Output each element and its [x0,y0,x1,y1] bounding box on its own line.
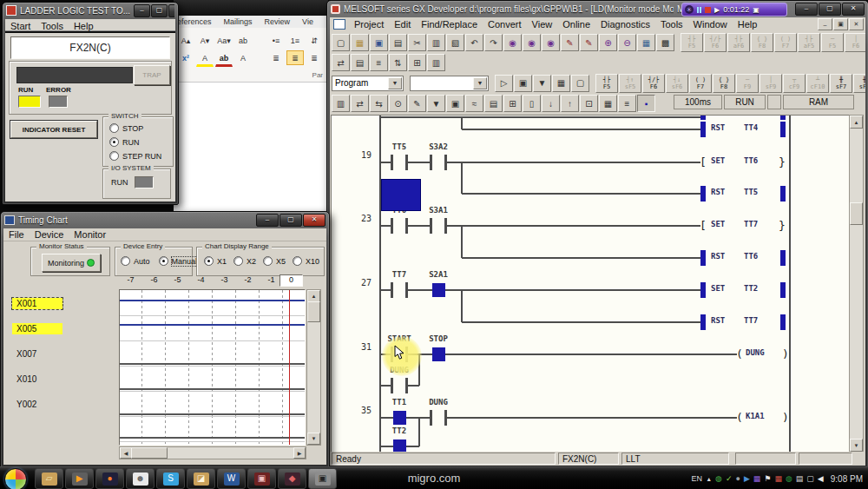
sim-titlebar[interactable]: LADDER LOGIC TEST TO... – ▢ ✕ [6,3,174,18]
contact[interactable] [444,218,447,234]
output-bracket[interactable]: [ [700,155,707,169]
purple-app[interactable]: ▦ [753,474,761,483]
ladder-symbol-button[interactable]: ( )F7 [689,74,712,93]
toolbar-button[interactable]: ▥ [427,54,445,71]
program-select[interactable]: Program▼ [332,76,404,91]
app-red-1[interactable]: ▣ [247,468,276,489]
menu-item[interactable]: View [527,18,558,30]
output-bracket[interactable] [700,186,706,202]
chevron-down-icon[interactable]: ▼ [388,77,402,89]
monitoring-button[interactable]: Monitoring [42,254,101,272]
range-radio[interactable]: X10 [293,256,319,266]
contact-energized[interactable] [393,439,406,453]
toolbar-button[interactable]: ▩ [656,34,674,51]
font-tool-button[interactable]: ab [234,33,252,48]
explorer[interactable]: ▱ [35,468,63,489]
list-tool-button[interactable]: 1≡ [286,33,304,48]
mdi-minimize-button[interactable]: – [818,18,832,30]
close-button[interactable]: ✕ [168,4,174,17]
font-tool-button[interactable]: A▴ [177,33,194,48]
toolbar-button[interactable]: ↶ [465,34,483,51]
mdi-document-icon[interactable] [333,19,345,30]
minimize-button[interactable]: – [795,3,818,16]
contact[interactable] [405,218,408,234]
ladder-symbol-button[interactable]: ┤├aF6 [727,33,750,52]
scroll-up-icon[interactable]: ▲ [307,290,320,302]
toolbar-button[interactable]: ▣ [514,75,532,92]
menu-item[interactable]: Help [733,18,763,30]
output-bracket-end[interactable] [780,122,786,137]
ladder-symbol-button[interactable]: ─F5 [821,33,844,52]
toolbar-button[interactable]: ↓ [542,95,560,112]
toolbar-button[interactable]: ⇆ [370,95,388,112]
contact-energized[interactable] [432,347,445,361]
toolbar-button[interactable]: ⇄ [351,95,369,112]
align-tool-button[interactable]: ≣ [267,50,285,65]
output-bracket-end[interactable] [780,314,786,330]
scroll-down-icon[interactable]: ▼ [307,433,320,445]
minimize-button[interactable]: – [256,214,279,227]
toolbar-button[interactable]: ↑ [561,95,579,112]
output-bracket[interactable]: [ [700,218,707,233]
play-blue[interactable]: ▶ [744,474,750,483]
ladder-symbol-button[interactable]: { }F8 [713,74,735,93]
toolbar-button[interactable]: ▢ [332,34,350,51]
ladder-symbol-button[interactable]: ─F9 [736,74,759,93]
font-tool-button[interactable]: A [234,50,252,65]
toolbar-button[interactable]: ⊞ [408,54,426,71]
switch-radio[interactable]: STOP [109,123,161,133]
mdi-restore-button[interactable]: ▣ [833,18,848,30]
ladder-symbol-button[interactable]: ┤/├F6 [704,33,727,52]
start-button[interactable] [4,468,27,489]
toolbar-button[interactable]: ⊙ [389,95,407,112]
toolbar-button[interactable]: ▷ [495,75,513,92]
toolbar-button[interactable]: ▦ [637,34,655,51]
ladder-symbol-button[interactable]: ┤↓sF6 [666,74,688,93]
menu-item[interactable]: Monitor [69,228,111,241]
scroll-thumb[interactable] [131,447,168,459]
speaker[interactable]: ◀ [818,474,824,483]
scroll-down-icon[interactable]: ▼ [850,439,863,452]
gray-dot[interactable]: ● [735,474,740,483]
timing-vscrollbar[interactable]: ▲ ▼ [306,289,321,446]
display[interactable]: ▢ [806,474,814,483]
font-tool-button[interactable]: x² [177,50,194,65]
output-bracket-end[interactable] [780,250,786,266]
menu-item[interactable]: Diagnostics [595,18,655,30]
ladder-symbol-button[interactable]: ┤/├F6 [642,74,665,93]
coil-close[interactable]: ) [782,410,789,425]
toolbar-button[interactable]: ▤ [484,95,503,112]
output-bracket[interactable] [700,282,706,298]
contact[interactable] [430,410,432,426]
language-indicator[interactable]: EN [692,474,703,483]
close-button[interactable]: ✕ [842,3,865,16]
check-green[interactable]: ✓ [726,474,733,483]
ladder-symbol-button[interactable]: { }F8 [751,33,773,52]
ladder-symbol-button[interactable]: ┤├F5 [595,74,618,93]
timing-hscrollbar[interactable]: ◀ ▶ [119,446,306,459]
list-tool-button[interactable]: ⇵ [306,33,323,48]
ladder-symbol-button[interactable]: │F6 [845,33,865,52]
maximize-button[interactable]: ▢ [819,3,841,16]
ribbon-tab[interactable]: Mailings [224,17,253,26]
toolbar-button[interactable]: ≈ [465,95,483,112]
align-tool-button[interactable]: ≣ [286,50,304,65]
output-bracket-end[interactable] [780,186,786,202]
globe-green[interactable]: ◍ [786,474,792,483]
contact[interactable] [430,155,432,170]
contact[interactable] [391,155,393,170]
ladder-symbol-button[interactable]: ╫sF7 [830,74,852,93]
menu-item[interactable]: Edit [389,18,416,30]
toolbar-button[interactable]: ↷ [484,34,503,51]
minimize-button[interactable]: – [134,4,150,17]
scroll-thumb[interactable] [850,202,863,225]
output-bracket[interactable] [700,250,706,266]
contact[interactable] [405,282,408,298]
device-select[interactable]: ▼ [410,76,489,91]
font-tool-button[interactable]: A [196,50,214,67]
align-tool-button[interactable]: ≣ [306,50,323,65]
ladder-symbol-button[interactable]: ┤├aF5 [798,33,820,52]
play-icon[interactable]: ▶ [714,6,720,14]
toolbar-button[interactable]: ▤ [351,54,369,71]
maximize-button[interactable]: ▢ [279,214,302,227]
